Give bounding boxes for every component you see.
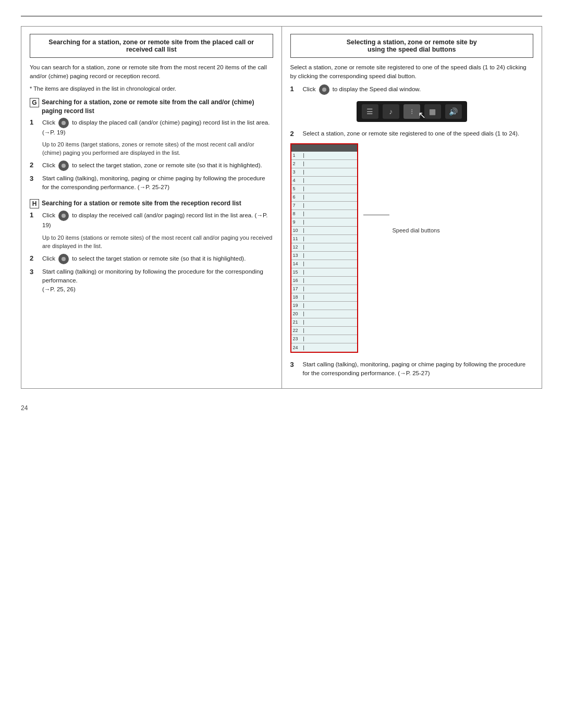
step-r1-btn-icon — [319, 84, 329, 95]
speed-dial-area: 1| 2| 3| 4| 5| 6| 7| 8| 9| 10| 11| 12| 1… — [290, 143, 534, 353]
speed-dial-list: 1| 2| 3| 4| 5| 6| 7| 8| 9| 10| 11| 12| 1… — [290, 143, 358, 353]
step-r3-content: Start calling (talking), monitoring, pag… — [303, 360, 534, 378]
section-g-title: Searching for a station, zone or remote … — [42, 98, 273, 116]
section-g-letter: G — [30, 98, 39, 107]
speed-dial-row-15: 15| — [291, 268, 357, 277]
step-h1-click-label: Click — [42, 212, 57, 218]
left-intro: You can search for a station, zone or re… — [30, 63, 273, 81]
step-g2-num: 2 — [30, 161, 39, 169]
step-g1-content: Click to display the placed call (and/or… — [42, 118, 273, 137]
step-g3: 3 Start calling (talking), monitoring, p… — [30, 174, 273, 192]
step-h3-content: Start calling (talking) or monitoring by… — [42, 267, 273, 294]
speed-dial-row-3: 3| — [291, 168, 357, 177]
step-r2: 2 Select a station, zone or remote site … — [290, 129, 534, 138]
step-h1-note: Up to 20 items (stations or remote sites… — [42, 233, 273, 251]
speed-dial-header — [291, 144, 357, 152]
speed-dial-label-area: Speed dial buttons — [363, 195, 440, 235]
toolbar-image-area: ☰ ♪ ⁝ ▦ 🔊 ↖ — [290, 101, 534, 122]
step-g2-btn-icon — [58, 161, 69, 171]
step-h3-num: 3 — [30, 268, 39, 276]
speed-dial-row-20: 20| — [291, 310, 357, 318]
step-g2: 2 Click to select the target station, zo… — [30, 161, 273, 171]
speed-dial-row-10: 10| — [291, 227, 357, 235]
left-col-header: Searching for a station, zone or remote … — [30, 34, 273, 58]
left-column: Searching for a station, zone or remote … — [21, 27, 282, 388]
speed-dial-row-9: 9| — [291, 218, 357, 227]
speed-dial-row-12: 12| — [291, 243, 357, 252]
step-h1-btn-icon — [58, 211, 69, 221]
step-h1-num: 1 — [30, 211, 39, 219]
speed-dial-row-19: 19| — [291, 302, 357, 310]
speed-dial-row-4: 4| — [291, 177, 357, 185]
speed-dial-row-23: 23| — [291, 335, 357, 343]
right-column: Selecting a station, zone or remote site… — [282, 27, 542, 388]
section-h-letter: H — [30, 199, 39, 208]
step-h2-text2: to select the target station or remote s… — [70, 255, 246, 262]
speed-dial-row-1: 1| — [291, 152, 357, 160]
page-footer: 24 — [21, 404, 542, 412]
speed-dial-row-17: 17| — [291, 285, 357, 293]
step-g2-text2: to select the target station, zone or re… — [70, 162, 262, 168]
step-r3-num: 3 — [290, 361, 300, 368]
step-g2-click-label: Click — [42, 162, 57, 168]
right-intro: Select a station, zone or remote site re… — [290, 63, 534, 81]
speed-dial-list-wrap: 1| 2| 3| 4| 5| 6| 7| 8| 9| 10| 11| 12| 1… — [290, 143, 358, 353]
step-r1-num: 1 — [290, 85, 300, 93]
step-r1-text2: to display the Speed dial window. — [331, 86, 421, 92]
step-h3: 3 Start calling (talking) or monitoring … — [30, 267, 273, 294]
toolbar-btn-4: ▦ — [424, 104, 441, 119]
step-h2-btn-icon — [58, 254, 69, 264]
step-r1: 1 Click to display the Speed dial window… — [290, 84, 534, 95]
speed-dial-row-22: 22| — [291, 327, 357, 335]
step-h2-content: Click to select the target station or re… — [42, 254, 273, 264]
section-h-title: Searching for a station or remote site f… — [42, 199, 241, 208]
speed-dial-row-13: 13| — [291, 252, 357, 260]
step-g2-content: Click to select the target station, zone… — [42, 161, 273, 171]
step-r3: 3 Start calling (talking), monitoring, p… — [290, 360, 534, 378]
step-g1-note: Up to 20 items (target stations, zones o… — [42, 140, 273, 157]
toolbar-btn-5: 🔊 — [445, 104, 462, 119]
toolbar-btn-1: ☰ — [362, 104, 378, 119]
step-r1-content: Click to display the Speed dial window. — [303, 84, 534, 95]
speed-dial-label: Speed dial buttons — [393, 227, 440, 235]
step-g1-click-label: Click — [42, 119, 57, 126]
step-r2-num: 2 — [290, 130, 300, 138]
section-h-heading: H Searching for a station or remote site… — [30, 199, 273, 208]
step-g1: 1 Click to display the placed call (and/… — [30, 118, 273, 137]
step-g3-num: 3 — [30, 175, 39, 182]
cursor-icon: ↖ — [418, 109, 426, 121]
step-h2-num: 2 — [30, 254, 39, 262]
toolbar-img: ☰ ♪ ⁝ ▦ 🔊 ↖ — [357, 101, 467, 122]
step-h1-content: Click to display the received call (and/… — [42, 211, 273, 230]
left-note: * The items are displayed in the list in… — [30, 84, 273, 93]
speed-dial-row-6: 6| — [291, 193, 357, 202]
speed-dial-row-5: 5| — [291, 185, 357, 193]
step-r2-content: Select a station, zone or remote site re… — [303, 129, 534, 138]
step-h2-click-label: Click — [42, 255, 57, 262]
right-col-header: Selecting a station, zone or remote site… — [290, 34, 534, 58]
step-r1-click-label: Click — [303, 86, 317, 92]
speed-dial-row-8: 8| — [291, 210, 357, 218]
speed-dial-arrow-line — [363, 215, 389, 215]
speed-dial-row-11: 11| — [291, 235, 357, 243]
speed-dial-row-24: 24| — [291, 343, 357, 352]
step-h2: 2 Click to select the target station or … — [30, 254, 273, 264]
step-g1-num: 1 — [30, 118, 39, 126]
step-h1: 1 Click to display the received call (an… — [30, 211, 273, 230]
step-h1-text2: to display the received call (and/or pag… — [42, 212, 267, 228]
step-g1-btn-icon — [58, 118, 69, 128]
speed-dial-row-14: 14| — [291, 260, 357, 268]
step-g3-content: Start calling (talking), monitoring, pag… — [42, 174, 273, 192]
speed-dial-row-18: 18| — [291, 293, 357, 302]
toolbar-btn-2: ♪ — [383, 104, 399, 119]
section-g-heading: G Searching for a station, zone or remot… — [30, 98, 273, 116]
step-g1-text2: to display the placed call (and/or (chim… — [42, 119, 270, 135]
speed-dial-row-16: 16| — [291, 277, 357, 285]
speed-dial-row-2: 2| — [291, 160, 357, 168]
speed-dial-row-21: 21| — [291, 318, 357, 327]
main-content: Searching for a station, zone or remote … — [21, 26, 542, 389]
top-rule — [21, 16, 542, 17]
page-number: 24 — [21, 404, 28, 412]
step-h3-ref: (→P. 25, 26) — [42, 286, 76, 292]
speed-dial-row-7: 7| — [291, 202, 357, 210]
